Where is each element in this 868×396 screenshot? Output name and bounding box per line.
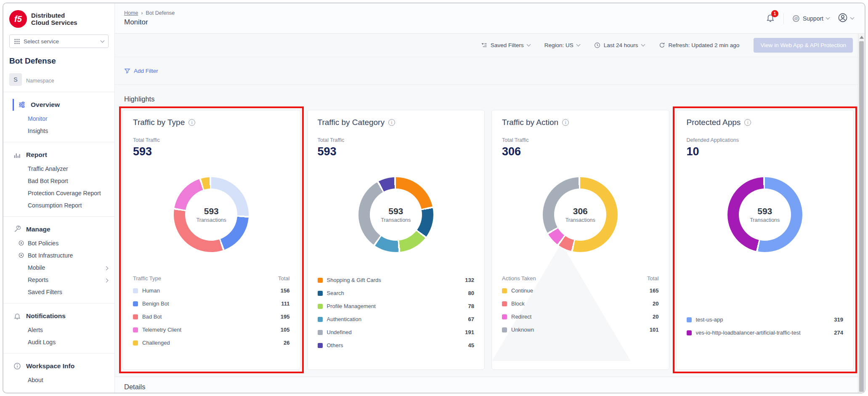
sidebar-section-workspace-info[interactable]: Workspace Info: [13, 360, 114, 372]
sidebar-section-manage[interactable]: Manage: [13, 223, 114, 235]
time-range-label: Last 24 hours: [604, 42, 638, 48]
sidebar-item-label: Bot Infrastructure: [28, 252, 73, 259]
card-traffic-by-category: Traffic by CategoryiTotal Traffic593593T…: [307, 110, 485, 370]
legend-item-shopping-gift-cards[interactable]: Shopping & Gift Cards132: [318, 274, 475, 287]
topbar: Home › Bot Defense Monitor 1 @ Support: [115, 3, 865, 34]
sidebar-item-monitor[interactable]: Monitor: [3, 112, 114, 125]
nav-divider: [3, 216, 114, 217]
legend-value: 26: [284, 340, 289, 346]
chevron-right-icon: [105, 276, 108, 283]
legend-item-block[interactable]: Block20: [502, 297, 659, 310]
info-icon[interactable]: i: [562, 119, 569, 126]
legend-swatch: [318, 278, 323, 283]
vertical-scrollbar[interactable]: [858, 34, 865, 393]
legend-value: 101: [650, 327, 659, 333]
sidebar-item-reports[interactable]: Reports: [3, 274, 114, 286]
account-menu[interactable]: [838, 13, 854, 24]
service-selector[interactable]: Select service: [9, 35, 109, 48]
sidebar-item-traffic-analyzer[interactable]: Traffic Analyzer: [3, 162, 114, 175]
legend-item-test-us-app[interactable]: test-us-app319: [687, 313, 844, 326]
legend-item-bad-bot[interactable]: Bad Bot195: [133, 310, 290, 323]
legend-swatch: [687, 317, 692, 322]
nav-divider: [3, 353, 114, 353]
scrollbar-thumb[interactable]: [859, 41, 864, 392]
manage-icon: [13, 226, 21, 233]
legend-value: 191: [465, 329, 474, 335]
overview-icon: [18, 101, 26, 109]
filter-toolbar: Saved Filters Region: US Last 24 hours R…: [115, 34, 858, 57]
scroll-up-arrow-icon[interactable]: [860, 36, 864, 39]
sidebar-item-protection-coverage-report[interactable]: Protection Coverage Report: [3, 187, 114, 199]
legend-header-label: Actions Taken: [502, 275, 536, 282]
page-title: Monitor: [124, 18, 175, 27]
refresh-button[interactable]: Refresh: Updated 2 min ago: [659, 42, 740, 48]
sidebar-item-insights[interactable]: Insights: [3, 125, 114, 137]
legend-swatch: [318, 291, 323, 296]
legend: test-us-app319ves-io-http-loadbalancer-a…: [687, 313, 844, 339]
sidebar-item-label: Traffic Analyzer: [28, 165, 68, 172]
legend-value: 45: [468, 342, 474, 348]
sidebar-item-mobile[interactable]: Mobile: [3, 261, 114, 274]
info-icon[interactable]: i: [744, 119, 751, 126]
donut-center-label: Transactions: [565, 217, 595, 223]
stat-label: Total Traffic: [133, 137, 290, 143]
donut-center-label: Transactions: [381, 217, 411, 223]
donut-chart-protected-apps: 593Transactions: [727, 177, 802, 252]
donut-center-label: Transactions: [750, 217, 780, 223]
sidebar-item-alerts[interactable]: Alerts: [3, 324, 114, 336]
sidebar-section-report[interactable]: Report: [13, 149, 114, 161]
legend-item-human[interactable]: Human156: [133, 284, 290, 297]
breadcrumb: Home › Bot Defense: [124, 10, 175, 16]
view-in-waap-button[interactable]: View in Web App & API Protection: [754, 38, 853, 53]
legend-item-unknown[interactable]: Unknown101: [502, 323, 659, 336]
legend-header-total: Total: [647, 275, 658, 282]
legend-item-authentication[interactable]: Authentication67: [318, 313, 475, 326]
sidebar-item-saved-filters[interactable]: Saved Filters: [3, 286, 114, 298]
info-icon[interactable]: i: [388, 119, 395, 126]
legend-label: Benign Bot: [142, 300, 277, 307]
notifications-button[interactable]: 1: [766, 13, 775, 24]
legend-item-challenged[interactable]: Challenged26: [133, 336, 290, 349]
sidebar-section-label: Report: [26, 151, 47, 159]
donut-chart-traffic-by-type: 593Transactions: [174, 177, 249, 252]
sidebar-item-bad-bot-report[interactable]: Bad Bot Report: [3, 175, 114, 187]
sidebar-item-about[interactable]: About: [3, 374, 114, 386]
time-range-dropdown[interactable]: Last 24 hours: [594, 42, 645, 48]
add-filter-button[interactable]: Add Filter: [115, 57, 858, 85]
breadcrumb-home-link[interactable]: Home: [124, 10, 138, 16]
sidebar-section-notifications[interactable]: Notifications: [13, 310, 114, 322]
sidebar-item-bot-infrastructure[interactable]: Bot Infrastructure: [3, 249, 114, 261]
region-dropdown[interactable]: Region: US: [544, 42, 580, 48]
sidebar-item-audit-logs[interactable]: Audit Logs: [3, 336, 114, 348]
legend-item-telemetry-client[interactable]: Telemetry Client105: [133, 323, 290, 336]
legend-item-redirect[interactable]: Redirect20: [502, 310, 659, 323]
legend-value: 105: [281, 327, 290, 333]
info-icon[interactable]: i: [188, 119, 195, 126]
legend-header-label: Traffic Type: [133, 275, 161, 282]
sidebar-item-label: Monitor: [28, 115, 48, 122]
sidebar-section-overview[interactable]: Overview: [13, 99, 114, 111]
support-menu[interactable]: @ Support: [792, 15, 829, 22]
legend-item-profile-management[interactable]: Profile Management78: [318, 300, 475, 313]
legend-item-search[interactable]: Search80: [318, 287, 475, 300]
chevron-down-icon: [850, 16, 855, 20]
saved-filters-dropdown[interactable]: Saved Filters: [481, 42, 530, 48]
card-title: Traffic by Type: [133, 118, 185, 127]
legend-item-ves-io-http-loadbalancer-artificial-traffic-test[interactable]: ves-io-http-loadbalancer-artificial-traf…: [687, 326, 844, 339]
sidebar-item-label: Audit Logs: [28, 339, 56, 346]
saved-filters-label: Saved Filters: [491, 42, 524, 48]
highlights-title: Highlights: [115, 85, 858, 110]
legend-item-undefined[interactable]: Undefined191: [318, 326, 475, 339]
brand-line1: Distributed: [31, 12, 77, 19]
card-title: Protected Apps: [687, 118, 741, 127]
legend-label: test-us-app: [696, 316, 830, 323]
legend-item-continue[interactable]: Continue165: [502, 284, 659, 297]
card-title: Traffic by Action: [502, 118, 558, 127]
legend-item-benign-bot[interactable]: Benign Bot111: [133, 297, 290, 310]
sidebar-item-bot-policies[interactable]: Bot Policies: [3, 237, 114, 249]
nav-section-manage: ManageBot PoliciesBot InfrastructureMobi…: [3, 219, 114, 300]
legend-header-total: Total: [278, 275, 289, 282]
legend-item-others[interactable]: Others45: [318, 339, 475, 352]
sidebar-item-label: About: [28, 377, 43, 383]
sidebar-item-consumption-report[interactable]: Consumption Report: [3, 199, 114, 211]
